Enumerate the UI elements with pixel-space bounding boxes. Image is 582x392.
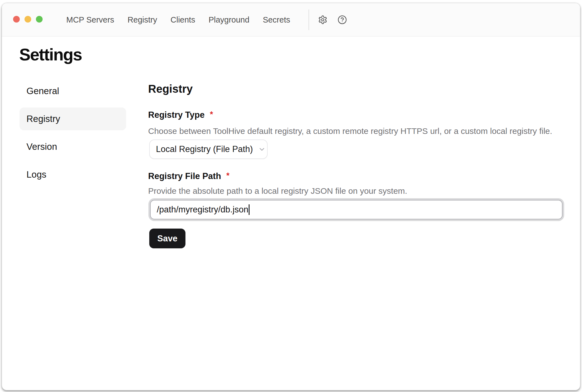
sidebar-item-version[interactable]: Version <box>19 135 126 158</box>
registry-type-label-text: Registry Type <box>148 110 205 120</box>
sidebar-item-logs[interactable]: Logs <box>19 163 126 186</box>
registry-type-label: Registry Type* <box>148 110 213 120</box>
save-button[interactable]: Save <box>149 229 185 248</box>
settings-sidebar: General Registry Version Logs <box>19 80 126 191</box>
sidebar-item-general[interactable]: General <box>19 80 126 102</box>
text-caret <box>249 204 250 215</box>
nav-item-mcp-servers[interactable]: MCP Servers <box>66 15 114 24</box>
app-window: MCP Servers Registry Clients Playground … <box>2 3 580 390</box>
registry-type-selected-value: Local Registry (File Path) <box>156 144 253 154</box>
minimize-button[interactable] <box>25 16 31 23</box>
required-asterisk: * <box>210 110 213 119</box>
section-heading: Registry <box>148 82 193 95</box>
close-button[interactable] <box>13 16 20 23</box>
registry-file-path-label-text: Registry File Path <box>148 171 221 181</box>
registry-file-path-description: Provide the absolute path to a local reg… <box>148 186 407 196</box>
required-asterisk: * <box>226 171 229 180</box>
settings-panel: Registry Registry Type* Choose between T… <box>148 3 569 390</box>
registry-type-select[interactable]: Local Registry (File Path) <box>149 139 268 159</box>
chevron-down-icon <box>258 146 266 153</box>
registry-file-path-label: Registry File Path* <box>148 171 229 182</box>
registry-type-description: Choose between ToolHive default registry… <box>148 126 552 136</box>
zoom-button[interactable] <box>36 16 43 23</box>
input-value: /path/myregistry/db.json <box>157 205 248 215</box>
traffic-lights <box>13 16 43 23</box>
registry-file-path-input[interactable]: /path/myregistry/db.json <box>150 200 563 219</box>
sidebar-item-registry[interactable]: Registry <box>19 107 126 130</box>
page-title: Settings <box>19 44 82 65</box>
